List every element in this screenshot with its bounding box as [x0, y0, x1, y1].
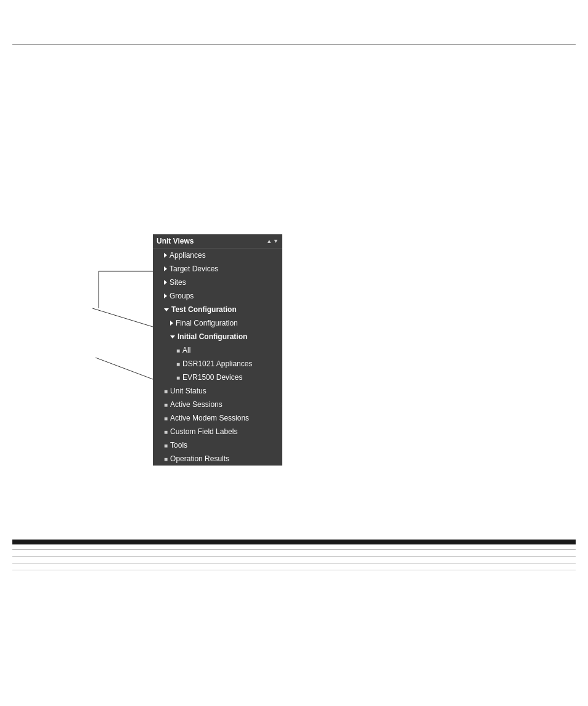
arrow-right-icon — [164, 293, 167, 298]
doc-icon: ■ — [164, 441, 168, 450]
nav-item-evr1500[interactable]: ■ EVR1500 Devices — [153, 371, 282, 384]
nav-item-label: DSR1021 Appliances — [182, 358, 252, 369]
nav-item-active-modem-sessions[interactable]: ■ Active Modem Sessions — [153, 411, 282, 425]
nav-item-operation-results[interactable]: ■ Operation Results — [153, 452, 282, 466]
nav-item-label: Tools — [170, 440, 187, 451]
nav-item-label: Operation Results — [170, 453, 229, 464]
doc-icon: ■ — [164, 387, 168, 396]
bottom-line-2 — [12, 556, 576, 557]
sort-down-icon[interactable]: ▼ — [273, 238, 279, 244]
doc-icon: ■ — [176, 359, 180, 369]
nav-item-label: Test Configuration — [171, 304, 237, 315]
arrow-right-icon — [170, 321, 173, 326]
doc-icon: ■ — [176, 373, 180, 382]
nav-item-groups[interactable]: Groups — [153, 289, 282, 303]
sort-controls: ▲ ▼ — [266, 238, 279, 244]
nav-item-initial-configuration[interactable]: Initial Configuration — [153, 330, 282, 343]
svg-line-2 — [92, 308, 153, 327]
doc-icon: ■ — [164, 454, 168, 464]
svg-line-3 — [96, 358, 153, 379]
nav-item-label: Unit Status — [170, 385, 206, 396]
bottom-thick-bar — [12, 540, 576, 544]
nav-item-label: Final Configuration — [176, 318, 238, 329]
nav-item-all[interactable]: ■ All — [153, 343, 282, 357]
nav-item-label: Active Sessions — [170, 399, 223, 410]
arrow-down-icon — [164, 308, 169, 311]
nav-item-tools[interactable]: ■ Tools — [153, 438, 282, 452]
nav-item-unit-status[interactable]: ■ Unit Status — [153, 384, 282, 398]
nav-item-label: Groups — [169, 290, 194, 302]
arrow-down-icon — [170, 335, 175, 339]
nav-panel-title: Unit Views — [157, 237, 194, 245]
nav-item-sites[interactable]: Sites — [153, 276, 282, 289]
nav-item-test-configuration[interactable]: Test Configuration — [153, 303, 282, 316]
doc-icon: ■ — [176, 346, 180, 355]
nav-item-label: All — [182, 345, 190, 356]
bottom-line-1 — [12, 549, 576, 550]
nav-item-dsr1021[interactable]: ■ DSR1021 Appliances — [153, 357, 282, 371]
nav-item-label: Sites — [169, 277, 186, 288]
nav-item-active-sessions[interactable]: ■ Active Sessions — [153, 398, 282, 411]
nav-item-label: Target Devices — [169, 263, 218, 274]
arrow-right-icon — [164, 253, 167, 258]
doc-icon: ■ — [164, 427, 168, 437]
nav-item-label: Appliances — [169, 250, 206, 261]
bottom-line-3 — [12, 563, 576, 564]
nav-item-custom-field-labels[interactable]: ■ Custom Field Labels — [153, 425, 282, 438]
nav-panel-header: Unit Views ▲ ▼ — [153, 234, 282, 248]
sort-up-icon[interactable]: ▲ — [266, 238, 272, 244]
bottom-line-4 — [12, 570, 576, 570]
nav-panel: Unit Views ▲ ▼ Appliances Target Devices… — [153, 234, 282, 466]
doc-icon: ■ — [164, 414, 168, 423]
arrow-right-icon — [164, 266, 167, 271]
nav-item-appliances[interactable]: Appliances — [153, 248, 282, 262]
nav-item-label: EVR1500 Devices — [182, 372, 242, 383]
nav-item-target-devices[interactable]: Target Devices — [153, 262, 282, 276]
doc-icon: ■ — [164, 400, 168, 409]
top-divider — [12, 44, 576, 45]
arrow-right-icon — [164, 280, 167, 285]
nav-item-final-configuration[interactable]: Final Configuration — [153, 316, 282, 330]
nav-item-label: Custom Field Labels — [170, 426, 237, 437]
nav-item-label: Initial Configuration — [178, 331, 247, 342]
nav-item-label: Active Modem Sessions — [170, 413, 249, 424]
